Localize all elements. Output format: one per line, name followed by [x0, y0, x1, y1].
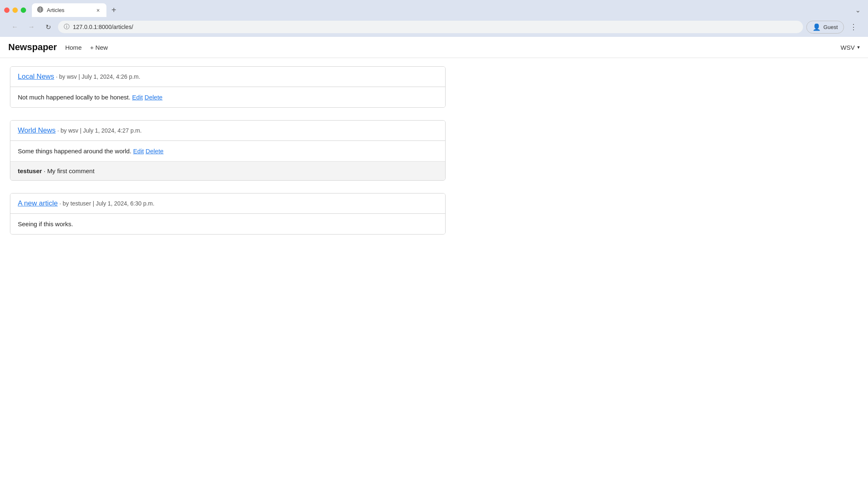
address-bar[interactable]: ⓘ 127.0.0.1:8000/articles/	[58, 21, 803, 33]
user-label: WSV	[841, 44, 855, 51]
article-card: A new article · by testuser | July 1, 20…	[10, 193, 446, 235]
edit-link[interactable]: Edit	[132, 94, 143, 101]
article-title-link[interactable]: A new article	[18, 199, 58, 207]
globe-icon	[37, 6, 43, 14]
nav-home-link[interactable]: Home	[65, 44, 82, 51]
article-header: Local News · by wsv | July 1, 2024, 4:26…	[10, 67, 445, 87]
info-icon: ⓘ	[64, 23, 70, 31]
nav-bar: ← → ↻ ⓘ 127.0.0.1:8000/articles/ 👤 Guest…	[4, 17, 864, 37]
close-button[interactable]	[4, 7, 10, 13]
articles-content: Local News · by wsv | July 1, 2024, 4:26…	[0, 58, 456, 255]
maximize-button[interactable]	[21, 7, 26, 13]
article-body: Seeing if this works.	[10, 214, 445, 234]
comment-author: testuser	[18, 167, 42, 174]
new-tab-button[interactable]: +	[108, 4, 120, 17]
expand-button[interactable]: ⌄	[851, 4, 864, 17]
navbar-user[interactable]: WSV ▾	[841, 44, 860, 51]
tab-title: Articles	[47, 7, 65, 13]
active-tab[interactable]: Articles ×	[32, 3, 106, 17]
article-body-text: Some things happened around the world.	[18, 148, 131, 155]
forward-button[interactable]: →	[25, 20, 38, 34]
back-button[interactable]: ←	[8, 20, 22, 34]
guest-label: Guest	[823, 24, 838, 30]
article-header: A new article · by testuser | July 1, 20…	[10, 193, 445, 214]
article-body-text: Seeing if this works.	[18, 220, 73, 227]
article-meta: · by wsv | July 1, 2024, 4:27 p.m.	[58, 127, 142, 134]
article-meta: · by testuser | July 1, 2024, 6:30 p.m.	[60, 200, 154, 207]
tab-close-button[interactable]: ×	[96, 7, 101, 14]
app-navbar: Newspaper Home + New WSV ▾	[0, 37, 868, 58]
guest-button[interactable]: 👤 Guest	[806, 21, 844, 34]
article-card: World News · by wsv | July 1, 2024, 4:27…	[10, 120, 446, 181]
article-title-link[interactable]: Local News	[18, 73, 54, 80]
user-menu-chevron: ▾	[857, 44, 860, 50]
article-header: World News · by wsv | July 1, 2024, 4:27…	[10, 121, 445, 141]
article-meta: · by wsv | July 1, 2024, 4:26 p.m.	[56, 73, 140, 80]
browser-menu-button[interactable]: ⋮	[847, 21, 860, 33]
article-body: Not much happened locally to be honest. …	[10, 87, 445, 107]
reload-button[interactable]: ↻	[41, 20, 55, 34]
nav-new-link[interactable]: + New	[90, 44, 108, 51]
window-controls	[4, 7, 26, 13]
edit-link[interactable]: Edit	[133, 148, 144, 155]
article-card: Local News · by wsv | July 1, 2024, 4:26…	[10, 66, 446, 108]
delete-link[interactable]: Delete	[146, 148, 164, 155]
article-title-link[interactable]: World News	[18, 126, 55, 134]
delete-link[interactable]: Delete	[145, 94, 162, 101]
comment-text: My first comment	[47, 167, 94, 174]
article-body: Some things happened around the world. E…	[10, 141, 445, 162]
tab-bar: Articles × + ⌄	[4, 3, 864, 17]
article-comment: testuser · My first comment	[10, 162, 445, 180]
url-text: 127.0.0.1:8000/articles/	[73, 24, 797, 30]
app-brand: Newspaper	[8, 42, 57, 53]
article-body-text: Not much happened locally to be honest.	[18, 94, 130, 101]
account-icon: 👤	[813, 23, 821, 31]
browser-chrome: Articles × + ⌄ ← → ↻ ⓘ 127.0.0.1:8000/ar…	[0, 0, 868, 37]
minimize-button[interactable]	[12, 7, 18, 13]
